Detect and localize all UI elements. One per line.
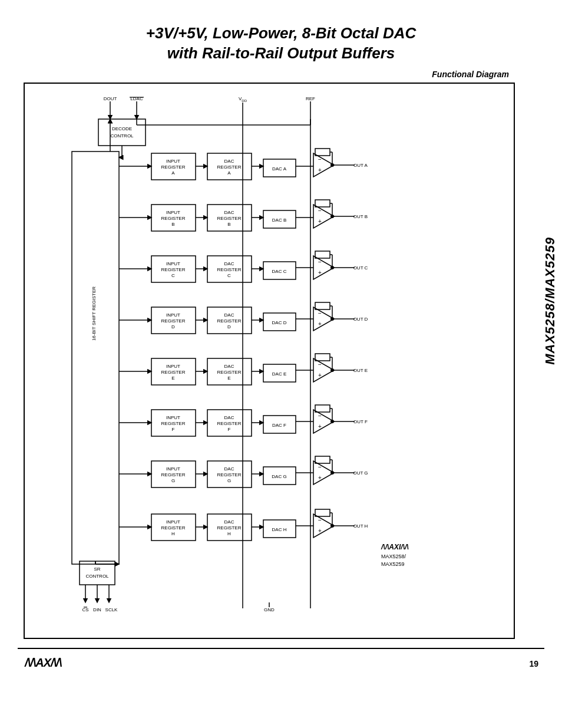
svg-text:16-BIT SHIFT REGISTER: 16-BIT SHIFT REGISTER <box>91 286 97 340</box>
svg-text:DAC A: DAC A <box>272 166 287 172</box>
svg-text:OUT F: OUT F <box>353 419 368 424</box>
svg-text:INPUT: INPUT <box>166 261 180 266</box>
svg-text:F: F <box>228 427 231 432</box>
footer-page-number: 19 <box>529 659 538 668</box>
svg-text:−: − <box>318 207 322 214</box>
svg-text:REGISTER: REGISTER <box>161 472 186 477</box>
svg-text:INPUT: INPUT <box>166 519 180 525</box>
svg-text:G: G <box>227 478 231 483</box>
svg-text:CONTROL: CONTROL <box>85 574 109 579</box>
diagram-inner: .blk { fill: none; stroke: #000; stroke-… <box>31 90 508 632</box>
svg-text:DAC: DAC <box>224 466 234 472</box>
svg-text:DAC: DAC <box>224 261 234 266</box>
svg-text:REGISTER: REGISTER <box>161 318 186 324</box>
svg-text:REGISTER: REGISTER <box>217 164 242 170</box>
svg-text:E: E <box>227 375 230 381</box>
svg-rect-60 <box>315 200 330 207</box>
svg-text:OUT G: OUT G <box>353 470 368 476</box>
svg-text:MAX5259: MAX5259 <box>381 561 405 567</box>
svg-text:OUT H: OUT H <box>353 523 368 529</box>
svg-text:−: − <box>318 464 322 470</box>
svg-text:LDAC: LDAC <box>130 96 143 101</box>
svg-text:OUT E: OUT E <box>353 368 368 373</box>
svg-text:F: F <box>172 427 175 432</box>
svg-text:INPUT: INPUT <box>166 312 180 318</box>
svg-text:−: − <box>318 156 322 163</box>
svg-text:+: + <box>318 372 322 378</box>
svg-text:G: G <box>171 478 175 483</box>
svg-text:DAC: DAC <box>224 415 234 420</box>
svg-text:C: C <box>227 273 231 278</box>
svg-text:REF: REF <box>306 96 315 101</box>
svg-text:/\/\AXI/\/\: /\/\AXI/\/\ <box>381 543 409 551</box>
svg-rect-129 <box>315 354 330 361</box>
svg-text:DAC D: DAC D <box>272 320 287 325</box>
svg-text:REGISTER: REGISTER <box>217 370 242 375</box>
svg-text:REGISTER: REGISTER <box>161 370 186 375</box>
svg-rect-106 <box>315 302 330 309</box>
svg-rect-12 <box>72 151 119 564</box>
svg-text:DAC H: DAC H <box>272 527 287 532</box>
svg-text:CS: CS <box>82 607 88 612</box>
diagram-outer: .blk { fill: none; stroke: #000; stroke-… <box>24 83 515 639</box>
svg-text:REGISTER: REGISTER <box>217 525 242 531</box>
svg-text:B: B <box>171 222 174 227</box>
svg-text:REGISTER: REGISTER <box>217 472 242 477</box>
svg-text:OUT C: OUT C <box>353 265 368 271</box>
svg-text:−: − <box>318 413 322 419</box>
svg-text:OUT A: OUT A <box>353 163 368 168</box>
svg-text:DAC F: DAC F <box>272 423 286 428</box>
svg-text:OUT B: OUT B <box>353 214 368 219</box>
svg-text:E: E <box>171 375 174 381</box>
page-container: +3V/+5V, Low-Power, 8-Bit Octal DAC with… <box>0 0 562 728</box>
svg-text:SCLK: SCLK <box>105 607 118 612</box>
page-title: +3V/+5V, Low-Power, 8-Bit Octal DAC with… <box>18 24 544 64</box>
svg-text:−: − <box>318 517 322 523</box>
svg-text:DAC C: DAC C <box>272 269 287 274</box>
svg-text:DAC E: DAC E <box>272 371 286 377</box>
svg-text:VDD: VDD <box>239 96 247 103</box>
svg-text:A: A <box>227 170 231 176</box>
svg-text:REGISTER: REGISTER <box>217 318 242 324</box>
functional-diagram-svg: .blk { fill: none; stroke: #000; stroke-… <box>31 90 508 632</box>
svg-text:GND: GND <box>264 607 275 612</box>
svg-text:−: − <box>318 259 322 265</box>
svg-text:−: − <box>318 361 322 368</box>
svg-text:+: + <box>318 218 322 225</box>
svg-text:INPUT: INPUT <box>166 466 180 472</box>
svg-rect-198 <box>315 509 330 516</box>
svg-text:−: − <box>318 310 322 317</box>
svg-text:INPUT: INPUT <box>166 364 180 369</box>
page-footer: /\/\AX/\/\ 19 <box>18 648 544 674</box>
svg-text:DECODE: DECODE <box>112 126 132 131</box>
title-text: +3V/+5V, Low-Power, 8-Bit Octal DAC with… <box>18 24 544 64</box>
svg-text:OUT D: OUT D <box>353 317 368 322</box>
svg-text:REGISTER: REGISTER <box>161 267 186 272</box>
svg-text:SR: SR <box>94 566 100 572</box>
svg-text:DIN: DIN <box>93 607 101 612</box>
svg-rect-9 <box>98 119 146 146</box>
svg-text:D: D <box>171 324 175 330</box>
svg-text:B: B <box>227 222 230 227</box>
svg-text:DAC: DAC <box>224 312 234 318</box>
svg-text:DAC: DAC <box>224 519 234 525</box>
svg-text:+: + <box>318 528 322 534</box>
svg-text:/\/\AX/\/\: /\/\AX/\/\ <box>24 656 62 669</box>
svg-rect-205 <box>80 561 115 585</box>
svg-text:A: A <box>171 170 175 176</box>
svg-text:+: + <box>318 475 322 481</box>
svg-text:DAC: DAC <box>224 364 234 369</box>
svg-text:DAC B: DAC B <box>272 218 286 223</box>
svg-rect-83 <box>315 251 330 258</box>
svg-text:H: H <box>227 531 231 536</box>
svg-text:DAC: DAC <box>224 210 234 215</box>
svg-text:INPUT: INPUT <box>166 415 180 420</box>
svg-text:INPUT: INPUT <box>166 159 180 164</box>
svg-text:H: H <box>171 531 175 536</box>
svg-text:+: + <box>318 321 322 327</box>
svg-text:REGISTER: REGISTER <box>161 216 186 221</box>
svg-text:MAX5258/: MAX5258/ <box>381 554 406 559</box>
svg-rect-37 <box>315 149 330 156</box>
svg-text:INPUT: INPUT <box>166 210 180 215</box>
svg-text:REGISTER: REGISTER <box>217 267 242 272</box>
